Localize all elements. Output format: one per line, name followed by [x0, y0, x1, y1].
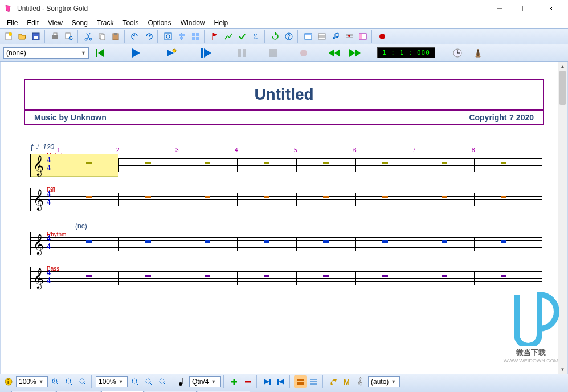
- svg-rect-81: [297, 382, 304, 385]
- maximize-button[interactable]: [512, 1, 538, 17]
- svg-rect-8: [52, 35, 58, 39]
- paste-button[interactable]: [109, 30, 122, 43]
- panel-1-button[interactable]: [302, 30, 314, 43]
- bar-number: 8: [472, 147, 475, 153]
- staff-row-melody[interactable]: Melody𝄞4412345678: [30, 154, 567, 177]
- play-from-button[interactable]: [198, 47, 215, 59]
- staff-view-button[interactable]: [343, 30, 355, 43]
- preset-combo[interactable]: (none) ▼: [3, 47, 89, 59]
- auto-combo[interactable]: (auto)▼: [368, 376, 400, 387]
- sum-button[interactable]: Σ: [250, 30, 262, 43]
- score-title: Untitled: [25, 80, 543, 109]
- info-button[interactable]: i: [2, 375, 15, 388]
- rest-mark: [501, 162, 506, 164]
- flag-button[interactable]: [209, 30, 221, 43]
- clef-button[interactable]: 𝄞: [354, 375, 367, 388]
- record-button[interactable]: [376, 30, 389, 43]
- rest-mark: [86, 275, 92, 277]
- rewind-button[interactable]: [326, 47, 343, 59]
- goto-end-button[interactable]: [275, 375, 287, 388]
- grid-button[interactable]: [189, 30, 202, 43]
- window-title: Untitled - Songtrix Gold: [17, 5, 487, 13]
- close-button[interactable]: [538, 1, 563, 17]
- svg-line-58: [56, 383, 59, 385]
- zoom1-fit-button[interactable]: [76, 375, 89, 388]
- bar-number: 3: [175, 147, 179, 153]
- record-transport-button[interactable]: [295, 47, 312, 59]
- menu-edit[interactable]: Edit: [22, 18, 43, 28]
- rest-mark: [442, 196, 447, 198]
- zoom2-out-button[interactable]: -: [142, 375, 155, 388]
- print-button[interactable]: [49, 30, 62, 43]
- cut-button[interactable]: [82, 30, 95, 43]
- svg-text:-: -: [147, 378, 149, 383]
- marker-button[interactable]: M: [341, 375, 353, 388]
- chart-button[interactable]: [222, 30, 235, 43]
- scrollbar-thumb[interactable]: [559, 71, 566, 105]
- svg-rect-79: [277, 379, 279, 385]
- svg-rect-21: [179, 34, 185, 36]
- forward-button[interactable]: [346, 47, 363, 59]
- play-button[interactable]: [128, 47, 145, 59]
- menu-track[interactable]: Track: [92, 18, 118, 28]
- redo-button[interactable]: [142, 30, 155, 43]
- staff-row-rhythm[interactable]: Rhythm𝄞44: [30, 232, 567, 255]
- zoom2-fit-button[interactable]: [156, 375, 169, 388]
- clock-button[interactable]: [449, 47, 466, 59]
- svg-point-19: [166, 35, 170, 38]
- bar-number: 5: [294, 147, 297, 153]
- panel-3-button[interactable]: [357, 30, 369, 43]
- layout-1-button[interactable]: [294, 375, 307, 388]
- copy-button[interactable]: [96, 30, 108, 43]
- menu-view[interactable]: View: [43, 18, 67, 28]
- help-button[interactable]: ?: [283, 30, 295, 43]
- treble-clef-icon: 𝄞: [33, 189, 44, 210]
- tempo-marking: f ♩=120: [31, 142, 567, 152]
- metronome-button[interactable]: [469, 47, 487, 59]
- staff-row-bass[interactable]: Bass𝄞44: [30, 267, 567, 289]
- menu-file[interactable]: File: [2, 18, 22, 28]
- add-button[interactable]: [228, 375, 240, 388]
- staff-lines[interactable]: 𝄞44: [30, 232, 542, 255]
- staff-lines[interactable]: 𝄞4412345678: [30, 154, 542, 177]
- svg-text:𝄞: 𝄞: [357, 377, 362, 386]
- remove-button[interactable]: [242, 375, 254, 388]
- menu-window[interactable]: Window: [176, 18, 210, 28]
- note-tool-button[interactable]: [175, 375, 188, 388]
- rewind-start-button[interactable]: [92, 47, 109, 59]
- menu-help[interactable]: Help: [209, 18, 232, 28]
- pause-button[interactable]: [234, 47, 251, 59]
- zoom2-in-button[interactable]: +: [129, 375, 141, 388]
- align-button[interactable]: [175, 30, 188, 43]
- menu-tools[interactable]: Tools: [118, 18, 143, 28]
- stop-button[interactable]: [264, 47, 281, 59]
- staff-row-riff[interactable]: Riff𝄞44: [30, 188, 567, 211]
- zoom-fit-button[interactable]: [162, 30, 174, 43]
- treble-clef-icon: 𝄞: [33, 268, 44, 289]
- new-button[interactable]: [2, 30, 15, 43]
- instrument-button[interactable]: [327, 375, 340, 388]
- open-button[interactable]: [16, 30, 28, 43]
- layout-2-button[interactable]: [308, 375, 320, 388]
- undo-button[interactable]: [129, 30, 141, 43]
- app-icon: [5, 4, 14, 13]
- zoom1-combo[interactable]: 100%▼: [16, 376, 48, 387]
- notes-button[interactable]: [329, 30, 342, 43]
- quantize-combo[interactable]: Qtn/4▼: [189, 376, 221, 387]
- goto-start-button[interactable]: [261, 375, 273, 388]
- minimize-button[interactable]: [487, 1, 512, 17]
- staves-area[interactable]: Melody𝄞4412345678Riff𝄞44(nc)Rhythm𝄞44Bas…: [30, 154, 567, 289]
- staff-lines[interactable]: 𝄞44: [30, 188, 542, 211]
- menu-song[interactable]: Song: [67, 18, 92, 28]
- check-button[interactable]: [236, 30, 248, 43]
- menu-options[interactable]: Options: [143, 18, 175, 28]
- refresh-button[interactable]: [269, 30, 281, 43]
- zoom2-combo[interactable]: 100%▼: [96, 376, 128, 387]
- save-button[interactable]: [30, 30, 42, 43]
- zoom1-in-button[interactable]: +: [49, 375, 62, 388]
- play-loop-button[interactable]: [163, 47, 180, 59]
- staff-lines[interactable]: 𝄞44: [30, 267, 542, 289]
- zoom1-out-button[interactable]: -: [63, 375, 75, 388]
- panel-2-button[interactable]: [316, 30, 328, 43]
- print-preview-button[interactable]: [63, 30, 75, 43]
